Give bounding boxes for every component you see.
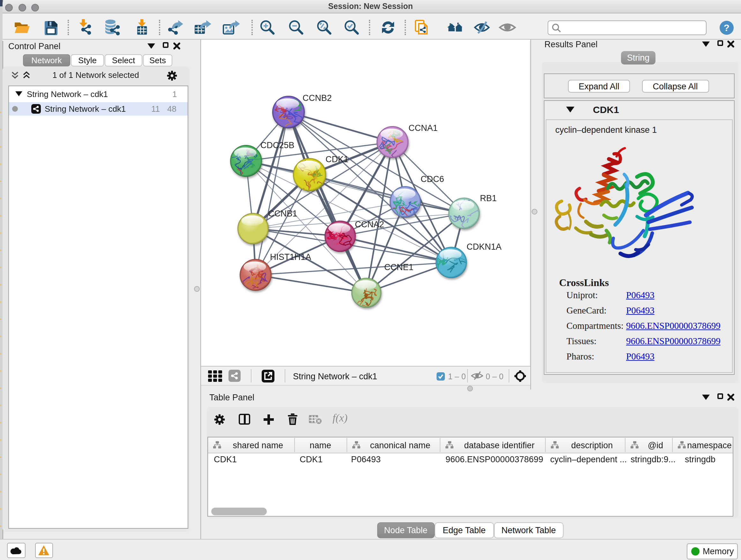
svg-text:HIST1H1A: HIST1H1A — [270, 252, 311, 262]
svg-text:CCNA1: CCNA1 — [408, 123, 438, 133]
svg-text:CDC25B: CDC25B — [260, 140, 294, 150]
svg-text:CDK1: CDK1 — [326, 154, 348, 164]
svg-text:CCNB2: CCNB2 — [302, 93, 332, 103]
svg-text:CDC6: CDC6 — [421, 174, 444, 184]
svg-text:CDKN1A: CDKN1A — [467, 242, 502, 252]
svg-text:?: ? — [724, 22, 730, 33]
svg-text:CCNE1: CCNE1 — [384, 262, 414, 272]
svg-text:CCNA2: CCNA2 — [355, 220, 384, 229]
svg-text:CCNB1: CCNB1 — [268, 209, 297, 219]
svg-text:RB1: RB1 — [480, 193, 497, 203]
